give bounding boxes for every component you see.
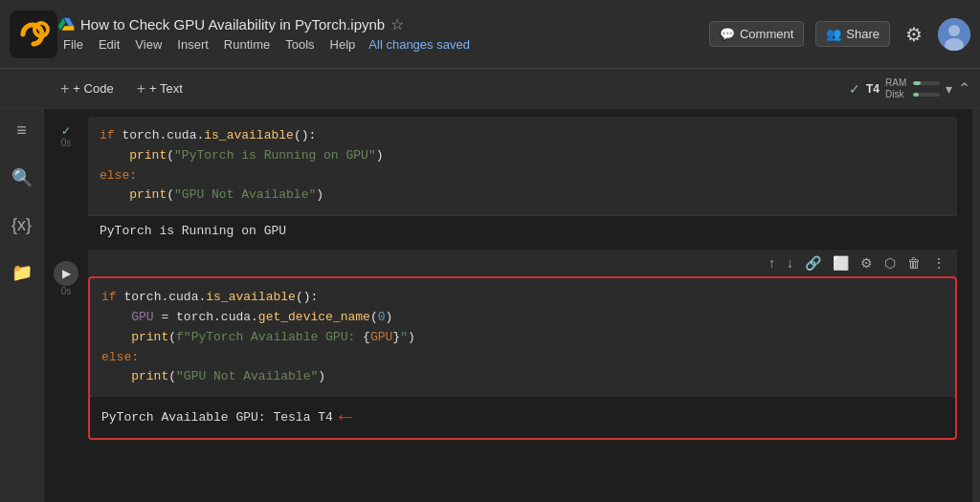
toolbar-row: + + Code + + Text ✓ T4 RAM Disk ▾ ⌃: [0, 69, 980, 109]
cell-copy-button[interactable]: ⬜: [829, 253, 853, 273]
cell-2-wrapper: ▶ 0s ↑ ↓ 🔗 ⬜ ⚙ ⬡ 🗑 ⋮ if torc: [44, 250, 965, 440]
sidebar-menu-icon[interactable]: ≡: [12, 117, 31, 144]
co-logo: [10, 11, 57, 58]
cell2-line-1: if torch.cuda.is_available():: [101, 288, 944, 308]
settings-icon[interactable]: ⚙: [902, 19, 926, 50]
add-text-label: + Text: [149, 81, 183, 96]
ram-bar-fill: [913, 81, 921, 85]
right-scrollbar[interactable]: [972, 109, 980, 502]
menu-help[interactable]: Help: [324, 35, 362, 54]
notebook-title: How to Check GPU Availability in PyTorch…: [80, 16, 385, 33]
red-arrow-annotation: ←: [339, 404, 352, 430]
cell-1-output: PyTorch is Running on GPU: [88, 215, 957, 246]
cell-1-gutter: ✓ 0s: [44, 117, 88, 246]
cell-1-wrapper: ✓ 0s if torch.cuda.is_available(): print…: [44, 117, 965, 246]
comment-label: Comment: [740, 27, 793, 41]
cell-link-button[interactable]: 🔗: [801, 253, 825, 273]
plus-code-icon: +: [60, 80, 69, 98]
menu-tools[interactable]: Tools: [279, 35, 320, 54]
title-area: How to Check GPU Availability in PyTorch…: [57, 15, 700, 54]
main-area: ≡ 🔍 {x} 📁 ✓ 0s if torch.cuda.is_availabl…: [0, 109, 980, 502]
cell-1-timer: 0s: [61, 138, 72, 148]
share-button[interactable]: 👥 Share: [815, 21, 890, 47]
menu-view[interactable]: View: [129, 35, 167, 54]
cell2-line-5: print("GPU Not Available"): [101, 367, 944, 387]
code-line-4: print("GPU Not Available"): [100, 186, 946, 206]
notebook-content: ✓ 0s if torch.cuda.is_available(): print…: [44, 109, 972, 502]
ram-bar: [913, 81, 940, 85]
star-icon[interactable]: ☆: [390, 15, 404, 33]
cell-2-gutter: ▶ 0s: [44, 250, 88, 440]
cell-2-timer: 0s: [61, 286, 72, 296]
top-bar: How to Check GPU Availability in PyTorch…: [0, 0, 980, 69]
disk-label: Disk: [885, 89, 910, 99]
runtime-checkmark: ✓: [849, 81, 860, 97]
ram-label: RAM: [885, 77, 910, 88]
cell-2-body: ↑ ↓ 🔗 ⬜ ⚙ ⬡ 🗑 ⋮ if torch.cuda.is_availab…: [88, 250, 957, 440]
cell-move-down-button[interactable]: ↓: [783, 253, 797, 273]
disk-bar-fill: [913, 93, 919, 97]
sidebar-search-icon[interactable]: 🔍: [8, 164, 36, 192]
ram-disk-indicators: RAM Disk: [885, 77, 940, 99]
runtime-dropdown-arrow[interactable]: ▾: [946, 81, 952, 97]
comment-button[interactable]: 💬 Comment: [709, 21, 804, 47]
plus-text-icon: +: [137, 80, 145, 98]
code-line-1: if torch.cuda.is_available():: [100, 126, 946, 146]
menu-runtime[interactable]: Runtime: [218, 35, 276, 54]
left-sidebar: ≡ 🔍 {x} 📁: [0, 109, 44, 502]
cell-expand-button[interactable]: ⬡: [880, 253, 900, 273]
top-right-actions: 💬 Comment 👥 Share ⚙: [709, 18, 970, 51]
svg-point-3: [948, 25, 960, 36]
cell-1-code[interactable]: if torch.cuda.is_available(): print("PyT…: [88, 117, 957, 246]
cell-2-code-area[interactable]: if torch.cuda.is_available(): GPU = torc…: [90, 278, 955, 397]
drive-icon: [57, 15, 75, 33]
cell-more-button[interactable]: ⋮: [928, 253, 949, 273]
avatar[interactable]: [938, 18, 970, 51]
menu-edit[interactable]: Edit: [93, 35, 125, 54]
disk-bar: [913, 93, 940, 97]
cell-1-code-area[interactable]: if torch.cuda.is_available(): print("PyT…: [88, 117, 957, 215]
code-line-3: else:: [100, 166, 946, 186]
cell-2-output: PyTorch Available GPU: Tesla T4 ←: [88, 397, 957, 440]
cell-1-run-indicator: ✓: [61, 124, 71, 138]
sidebar-files-icon[interactable]: 📁: [8, 258, 36, 287]
sidebar-variables-icon[interactable]: {x}: [8, 211, 35, 239]
cell2-line-3: print(f"PyTorch Available GPU: {GPU}"): [101, 328, 944, 348]
add-code-button[interactable]: + + Code: [53, 76, 122, 101]
cell-move-up-button[interactable]: ↑: [765, 253, 779, 273]
runtime-t4-label: T4: [866, 82, 880, 96]
add-text-button[interactable]: + + Text: [129, 76, 190, 101]
menu-file[interactable]: File: [57, 35, 89, 54]
runtime-info: ✓ T4 RAM Disk ▾ ⌃: [849, 77, 970, 99]
cell-2-toolbar: ↑ ↓ 🔗 ⬜ ⚙ ⬡ 🗑 ⋮: [88, 250, 957, 276]
cell2-line-2: GPU = torch.cuda.get_device_name(0): [101, 308, 944, 328]
cell-2-code[interactable]: if torch.cuda.is_available(): GPU = torc…: [88, 276, 957, 399]
cell-settings-button[interactable]: ⚙: [857, 253, 877, 273]
share-label: Share: [846, 27, 880, 41]
share-icon: 👥: [826, 27, 841, 41]
all-changes-saved: All changes saved: [368, 37, 470, 52]
cell-2-output-text: PyTorch Available GPU: Tesla T4: [101, 410, 333, 425]
cell-delete-button[interactable]: 🗑: [903, 253, 924, 273]
add-code-label: + Code: [73, 81, 113, 96]
output-arrow-container: PyTorch Available GPU: Tesla T4 ←: [101, 404, 944, 430]
comment-icon: 💬: [720, 27, 735, 41]
collapse-button[interactable]: ⌃: [958, 79, 970, 98]
code-line-2: print("PyTorch is Running on GPU"): [100, 146, 946, 166]
menu-insert[interactable]: Insert: [171, 35, 214, 54]
cell-2-run-button[interactable]: ▶: [54, 261, 78, 286]
cell-1-body: if torch.cuda.is_available(): print("PyT…: [88, 117, 957, 246]
cell2-line-4: else:: [101, 348, 944, 368]
menu-bar: File Edit View Insert Runtime Tools Help…: [57, 35, 700, 54]
